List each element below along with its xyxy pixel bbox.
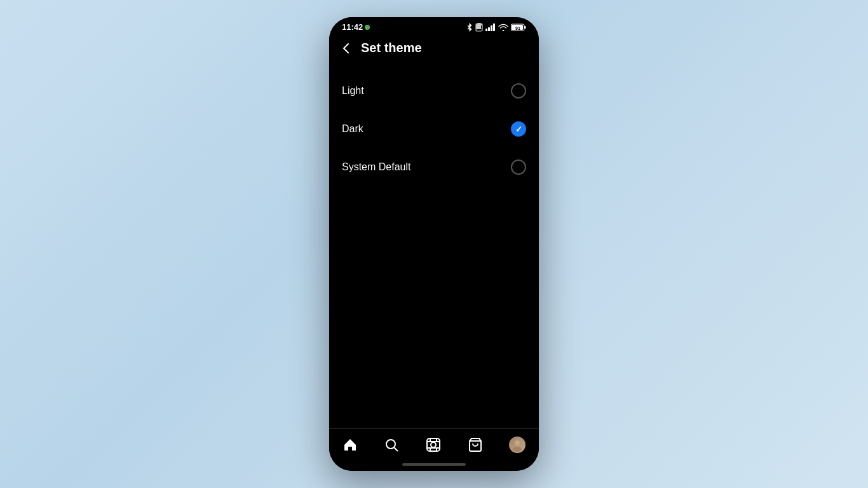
theme-label-system: System Default (342, 161, 410, 173)
svg-point-13 (431, 442, 436, 447)
battery-icon: 91 (511, 24, 526, 31)
status-bar: 11:42 × (329, 17, 539, 34)
nav-search[interactable] (379, 435, 404, 455)
theme-label-light: Light (342, 85, 364, 97)
radio-dark[interactable] (511, 121, 526, 137)
search-icon (384, 437, 399, 452)
mute-icon: × (475, 23, 483, 32)
indicator-bar (402, 463, 466, 466)
svg-rect-2 (485, 29, 487, 31)
theme-option-system[interactable]: System Default (329, 148, 539, 186)
status-icons: × 91 (466, 23, 526, 32)
svg-rect-4 (491, 25, 492, 31)
nav-reels[interactable] (421, 435, 446, 455)
header-title: Set theme (361, 41, 422, 55)
bottom-nav (329, 428, 539, 459)
home-icon (342, 437, 358, 452)
svg-point-21 (515, 440, 520, 445)
phone-frame: 11:42 × (329, 17, 539, 471)
status-time: 11:42 (342, 22, 363, 32)
theme-label-dark: Dark (342, 123, 363, 135)
svg-rect-5 (493, 24, 495, 31)
theme-option-dark[interactable]: Dark (329, 110, 539, 148)
back-button[interactable] (339, 41, 353, 55)
svg-point-22 (513, 447, 522, 452)
home-indicator (329, 459, 539, 471)
header: Set theme (329, 34, 539, 62)
theme-option-light[interactable]: Light (329, 72, 539, 110)
svg-rect-12 (427, 438, 440, 451)
svg-point-10 (386, 440, 395, 449)
svg-rect-3 (488, 27, 490, 31)
reels-icon (426, 437, 441, 452)
svg-line-11 (395, 448, 398, 452)
bluetooth-icon (466, 23, 473, 32)
wifi-icon (498, 24, 508, 31)
signal-icon (485, 24, 496, 31)
profile-avatar (509, 437, 526, 453)
radio-light[interactable] (511, 83, 526, 98)
svg-text:×: × (478, 25, 481, 30)
status-dot (365, 25, 370, 30)
nav-profile[interactable] (504, 434, 531, 456)
svg-rect-8 (524, 26, 526, 29)
svg-text:91: 91 (515, 26, 520, 30)
shop-icon (468, 437, 483, 452)
nav-shop[interactable] (463, 435, 488, 455)
radio-system[interactable] (511, 159, 526, 175)
content-area: Light Dark System Default (329, 62, 539, 428)
nav-home[interactable] (337, 435, 363, 455)
